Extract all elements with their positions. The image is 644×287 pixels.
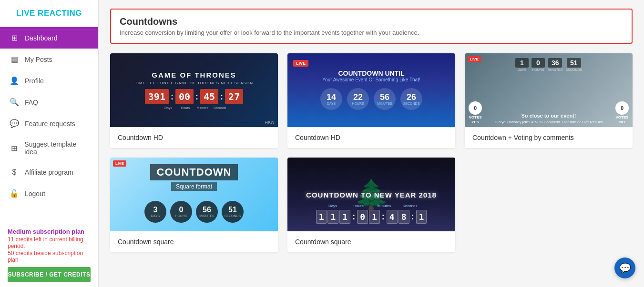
got-seconds: 27 <box>225 89 243 104</box>
sidebar-item-feature-requests[interactable]: 💬 Feature requests <box>0 113 98 134</box>
card-countdown-newyear[interactable]: 🌲 COUNTDOWN TO NEW YEAR 2018 Days Hours … <box>287 158 455 252</box>
cv-no-count: 0 <box>615 101 629 115</box>
card-image-sq: LIVE COUNTDOWN Square format 3DAYS 0HOUR… <box>110 158 278 231</box>
sidebar-item-suggest-template[interactable]: ⊞ Suggest template idea <box>0 134 98 162</box>
chat-button[interactable]: 💬 <box>614 257 635 278</box>
sidebar-item-my-posts[interactable]: ▤ My Posts <box>0 49 98 70</box>
card-image-ny: 🌲 COUNTDOWN TO NEW YEAR 2018 Days Hours … <box>287 158 455 231</box>
cd2-title: COUNTDOWN UNTIL <box>333 69 409 77</box>
sidebar-item-logout[interactable]: 🔓 Logout <box>0 183 98 204</box>
cd2-live-badge: LIVE <box>293 60 308 67</box>
card-label-countdown-newyear: Countdown square <box>287 231 455 252</box>
ny-timer: 1 1 1 : 0 1 : 4 8 <box>316 210 427 224</box>
card-label-countdown-hd-2: Countdown HD <box>287 127 455 148</box>
sidebar-item-profile[interactable]: 👤 Profile <box>0 70 98 91</box>
cv-center-sub: Did you already join? #INFO Comment 1 fo… <box>484 120 613 124</box>
cv-yes-vote: 0 VOTES YES <box>469 101 482 124</box>
sidebar-item-label-posts: My Posts <box>25 56 52 63</box>
section-desc: Increase conversion by limiting your off… <box>120 29 623 36</box>
cd2-seconds: 26 <box>407 93 416 101</box>
got-timer: 391 : 00 : 45 : 27 <box>145 89 243 104</box>
sq-sub: Square format <box>171 182 217 191</box>
logo: LIVE REACTING <box>0 0 98 27</box>
card-image-got: GAME OF THRONES TIME LEFT UNTIL GAME OF … <box>110 53 278 127</box>
sidebar: LIVE REACTING ⊞ Dashboard ▤ My Posts 👤 P… <box>0 0 99 287</box>
credits-beside: 50 credits beside subscription plan <box>8 250 91 263</box>
affiliate-icon: $ <box>10 168 19 177</box>
cd2-minutes: 56 <box>380 93 389 101</box>
got-minutes: 45 <box>200 89 218 104</box>
got-title: GAME OF THRONES <box>152 71 236 79</box>
cd2-hours: 22 <box>353 93 363 101</box>
ny-title: COUNTDOWN TO NEW YEAR 2018 <box>306 191 437 199</box>
feature-requests-icon: 💬 <box>10 119 19 128</box>
suggest-icon: ⊞ <box>10 144 19 153</box>
cv-timer: 1DAYS 0HOURS 36MINUTES 51SECONDS <box>465 58 633 71</box>
cards-grid: GAME OF THRONES TIME LEFT UNTIL GAME OF … <box>110 53 633 252</box>
main-content: Countdowns Increase conversion by limiti… <box>99 0 644 287</box>
sidebar-item-label-profile: Profile <box>25 77 44 85</box>
sidebar-nav: ⊞ Dashboard ▤ My Posts 👤 Profile 🔍 FAQ 💬… <box>0 27 98 222</box>
card-label-countdown-square-1: Countdown square <box>110 231 278 252</box>
sq-live-badge: LIVE <box>113 160 126 167</box>
logout-icon: 🔓 <box>10 189 19 198</box>
sidebar-item-label-logout: Logout <box>25 190 45 198</box>
card-label-countdown-hd-1: Countdown HD <box>110 127 278 148</box>
sidebar-item-faq[interactable]: 🔍 FAQ <box>0 91 98 113</box>
card-countdown-voting[interactable]: LIVE 1DAYS 0HOURS 36MINUTES 51SECONDS 0 … <box>465 53 633 148</box>
got-days: 391 <box>145 89 169 104</box>
cd2-timer: 14DAYS 22HOURS 56MINUTES 26SECONDS <box>320 88 422 110</box>
sidebar-item-label-suggest: Suggest template idea <box>24 140 89 156</box>
card-countdown-hd-2[interactable]: LIVE COUNTDOWN UNTIL Your Awesome Event … <box>287 53 455 148</box>
cd2-days: 14 <box>327 93 336 101</box>
sq-title: COUNTDOWN <box>150 164 238 180</box>
sq-timer: 3DAYS 0HOURS 56MINUTES 51SECONDS <box>144 201 244 223</box>
sidebar-item-affiliate[interactable]: $ Affiliate program <box>0 162 98 183</box>
cd2-sub: Your Awesome Event Or Something Like Tha… <box>322 77 420 82</box>
chat-icon: 💬 <box>619 262 631 274</box>
credits-left: 11 credits left in current billing perio… <box>8 236 91 249</box>
card-image-cd2: LIVE COUNTDOWN UNTIL Your Awesome Event … <box>287 53 455 127</box>
card-countdown-hd-1[interactable]: GAME OF THRONES TIME LEFT UNTIL GAME OF … <box>110 53 278 148</box>
card-countdown-square-1[interactable]: LIVE COUNTDOWN Square format 3DAYS 0HOUR… <box>110 158 278 252</box>
subscribe-button[interactable]: SUBSCRIBE / GET CREDITS <box>8 267 91 282</box>
section-title: Countdowns <box>120 16 623 27</box>
card-label-countdown-voting: Countdown + Voting by comments <box>465 127 633 148</box>
cv-center-bold: So close to our event! <box>484 113 613 119</box>
posts-icon: ▤ <box>10 55 19 64</box>
got-footer: HBO <box>265 120 274 125</box>
sidebar-item-dashboard[interactable]: ⊞ Dashboard <box>0 27 98 49</box>
faq-icon: 🔍 <box>10 98 19 107</box>
got-hours: 00 <box>175 89 194 104</box>
cv-yes-count: 0 <box>469 101 482 115</box>
cv-no-vote: 0 VOTES NO <box>615 101 629 124</box>
sidebar-item-label-feature: Feature requests <box>25 120 75 128</box>
sidebar-item-label-dashboard: Dashboard <box>25 34 58 42</box>
profile-icon: 👤 <box>10 76 19 85</box>
section-header: Countdowns Increase conversion by limiti… <box>110 9 633 44</box>
sidebar-item-label-affiliate: Affiliate program <box>25 168 73 176</box>
sidebar-item-label-faq: FAQ <box>25 99 38 106</box>
got-sub: TIME LEFT UNTIL GAME OF THRONES NEXT SEA… <box>135 81 253 85</box>
plan-label: Medium subscription plan <box>8 228 91 235</box>
card-image-cv: LIVE 1DAYS 0HOURS 36MINUTES 51SECONDS 0 … <box>465 53 633 127</box>
dashboard-icon: ⊞ <box>10 33 19 42</box>
sidebar-footer: Medium subscription plan 11 credits left… <box>0 222 98 287</box>
